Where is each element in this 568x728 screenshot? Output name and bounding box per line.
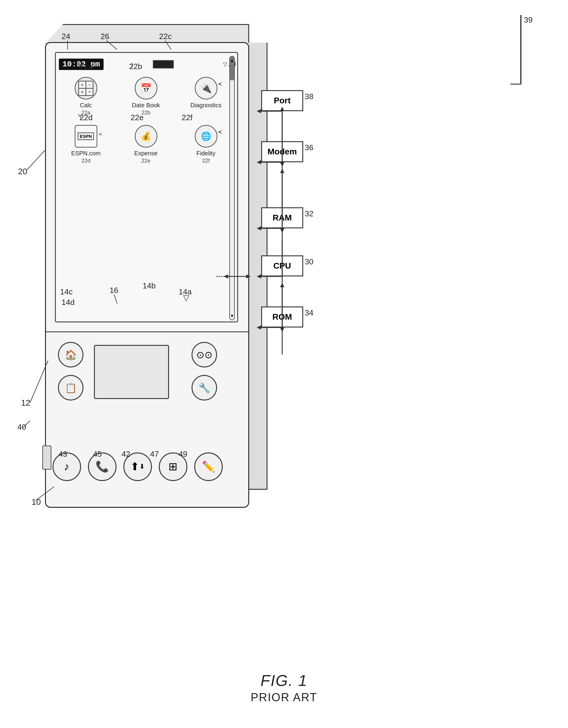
scroll-arrow-up[interactable]: ▲ — [230, 58, 234, 63]
nav-buttons-area: ♪ 📞 ⬆⬇ ⊞ ✏️ — [49, 443, 226, 491]
device-top-face — [45, 24, 249, 44]
fidelity-label: Fidelity — [196, 150, 215, 157]
ref-39-text: 39 — [524, 15, 533, 24]
app-expense[interactable]: 💰 Expense 22e — [122, 125, 170, 164]
page: 10:02 pm ▽ All ▲ ▼ — [0, 0, 568, 728]
scroll-arrow-down[interactable]: ▼ — [230, 313, 234, 318]
fig-label: FIG. 1 — [224, 672, 344, 690]
home-button[interactable]: 🏠 — [58, 342, 84, 367]
port-box: Port — [261, 90, 303, 111]
left-buttons: 🏠 📋 — [58, 342, 84, 401]
port-label: Port — [274, 96, 290, 105]
fidelity-arrow-icon: ≺ — [218, 129, 222, 135]
hw-buttons-area: 🏠 📋 ⊙⊙ — [49, 336, 226, 426]
calc-label: Calc — [80, 102, 92, 109]
device-drawing: 10:02 pm ▽ All ▲ ▼ — [27, 24, 261, 520]
app-diagnostics[interactable]: 🔌 ≺ Diagnostics — [182, 77, 230, 110]
list-button[interactable]: 📋 — [58, 375, 84, 401]
diagnostics-label: Diagnostics — [190, 102, 221, 109]
cpu-box: CPU — [261, 255, 303, 276]
right-buttons: ⊙⊙ 🔧 — [192, 342, 217, 401]
nav-button-47[interactable]: ⊞ — [159, 452, 187, 481]
dropdown-arrow-icon: ▽ — [223, 61, 227, 68]
status-bar: 10:02 pm ▽ All — [59, 56, 236, 72]
expense-label: Expense — [134, 150, 158, 157]
ram-box: RAM — [261, 207, 303, 228]
ref-40-text: 40 — [17, 422, 26, 431]
time-display: 10:02 pm — [59, 59, 104, 70]
apps-row-1: + − × ÷ Calc 22a 📅 — [62, 77, 230, 116]
ref-22d: 22d — [81, 158, 90, 164]
espn-arrow-icon: ≺ — [99, 132, 102, 136]
app-espn[interactable]: ESPN ≺ ESPN.com 22d — [62, 125, 110, 164]
app-datebook[interactable]: 📅 Date Book 22b — [122, 77, 170, 116]
modem-label: Modem — [268, 147, 297, 157]
device-divider — [46, 331, 248, 332]
app-calc[interactable]: + − × ÷ Calc 22a — [62, 77, 110, 116]
device-front-face: 10:02 pm ▽ All ▲ ▼ — [45, 42, 249, 508]
nav-button-43[interactable]: ♪ — [53, 452, 81, 481]
component-diagram: Port Modem RAM CPU ROM — [261, 90, 345, 391]
espn-icon: ESPN ≺ — [75, 125, 97, 148]
apps-button[interactable]: ⊙⊙ — [192, 342, 217, 367]
fidelity-icon: 🌐 ≺ — [195, 125, 217, 148]
ref-22a: 22a — [81, 110, 90, 116]
expense-icon: 💰 — [135, 125, 157, 148]
espn-logo: ESPN — [78, 133, 94, 140]
settings-button[interactable]: 🔧 — [192, 375, 217, 401]
rom-box: ROM — [261, 306, 303, 327]
screen-area: 10:02 pm ▽ All ▲ ▼ — [55, 52, 238, 322]
ref-22f: 22f — [202, 158, 210, 164]
ram-label: RAM — [273, 213, 292, 223]
figure-title: FIG. 1 PRIOR ART — [224, 672, 344, 704]
ref-22b: 22b — [141, 110, 150, 116]
nav-button-42[interactable]: ⬆⬇ — [123, 452, 152, 481]
modem-box: Modem — [261, 141, 303, 162]
prior-art-label: PRIOR ART — [224, 691, 344, 704]
calc-icon: + − × ÷ — [75, 77, 97, 99]
nav-button-49[interactable]: ✏️ — [194, 452, 223, 481]
ref-20-text: 20 — [18, 167, 27, 176]
battery-indicator — [153, 60, 174, 69]
diagnostics-icon: 🔌 ≺ — [195, 77, 217, 99]
calc-grid-icon: + − × ÷ — [78, 81, 93, 96]
datebook-label: Date Book — [132, 102, 160, 109]
scroll-bar[interactable]: ▲ ▼ — [229, 56, 235, 320]
espn-label: ESPN.com — [71, 150, 101, 157]
apps-row-2: ESPN ≺ ESPN.com 22d 💰 Expense 22e — [62, 125, 230, 164]
rom-label: ROM — [272, 312, 292, 322]
nav-button-45[interactable]: 📞 — [88, 452, 117, 481]
center-display — [94, 345, 169, 399]
cpu-label: CPU — [273, 261, 291, 271]
ref-22e: 22e — [141, 158, 150, 164]
app-fidelity[interactable]: 🌐 ≺ Fidelity 22f — [182, 125, 230, 164]
datebook-icon: 📅 — [135, 77, 157, 99]
